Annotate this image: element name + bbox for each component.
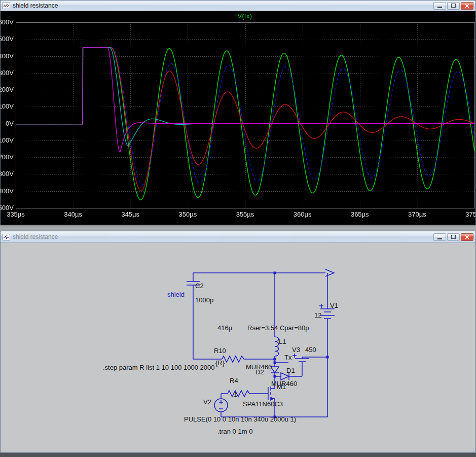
close-button[interactable] [461,233,473,241]
schematic-directive-step[interactable]: .step param R list 1 10 100 1000 2000 [103,364,214,371]
schematic-directive-tran[interactable]: .tran 0 1m 0 [217,428,252,435]
waveform-titlebar[interactable]: shield resistance [1,1,475,11]
schematic-ref-V2[interactable]: V2 [203,398,211,406]
trace-label-vtx[interactable]: V(tx) [238,12,252,20]
waveform-window-title: shield resistance [13,2,433,9]
waveform-window-icon [3,2,11,9]
maximize-icon [451,235,456,239]
schematic-ref-V3[interactable]: V3 [292,346,300,354]
minimize-icon [437,7,442,8]
minimize-icon [437,238,442,239]
schematic-net-label-tx[interactable]: Tx [284,354,292,361]
mosfet-M1[interactable] [268,385,275,401]
schematic-val-R4[interactable]: 1 [234,391,237,398]
close-button[interactable] [461,2,473,10]
schematic-ref-L1[interactable]: L1 [279,338,286,345]
minimize-button[interactable] [433,233,446,241]
schematic-ref-M1[interactable]: M1 [277,383,286,391]
inductor-L1[interactable] [275,337,279,356]
ltspice-desktop: { "plot_window": { "title": "shield resi… [0,0,476,457]
waveform-window-controls [433,2,473,10]
maximize-button[interactable] [447,233,460,241]
wires[interactable] [193,273,327,417]
schematic-canvas[interactable]: shieldC21000pV112416µRser=3.54 Cpar=80pL… [1,243,475,453]
vsource-V3[interactable] [292,354,309,362]
schematic-val-V3[interactable]: 450 [305,346,316,354]
schematic-net-label-shield[interactable]: shield [167,291,185,298]
output-arrow-icon [325,269,334,276]
maximize-icon [451,4,456,8]
schematic-ref-D2[interactable]: D2 [255,368,264,376]
schematic-attr-L1[interactable]: Rser=3.54 Cpar=80p [247,324,309,332]
waveform-window: shield resistance V(tx) [0,0,476,225]
close-icon [465,4,469,8]
schematic-ref-R4[interactable]: R4 [230,377,238,384]
minimize-button[interactable] [433,2,446,10]
schematic-window-title: shield resistance [13,233,433,240]
schematic-window: shield resistance [0,231,476,453]
schematic-ref-V1[interactable]: V1 [330,302,338,309]
resistor-R10[interactable] [222,356,245,362]
vsource-V2[interactable] [214,399,228,412]
maximize-button[interactable] [447,2,460,10]
schematic-ref-D1[interactable]: D1 [286,367,295,374]
schematic-val-M1[interactable]: SPA11N60C3 [243,400,283,408]
schematic-val-V1[interactable]: 12 [314,311,321,319]
schematic-val-L1[interactable]: 416µ [217,324,233,332]
schematic-val-C2[interactable]: 1000p [195,296,213,304]
waveform-plot[interactable] [1,11,475,225]
resistor-R4[interactable] [228,391,250,397]
schematic-window-controls [433,233,473,241]
desktop-bottom-strip [0,453,476,457]
schematic-ref-C2[interactable]: C2 [195,282,204,290]
schematic-titlebar[interactable]: shield resistance [1,231,475,243]
schematic-window-icon [3,233,11,240]
schematic-ref-R10[interactable]: R10 [214,347,226,355]
schematic-val-V2[interactable]: PULSE(0 10 0 10n 10n 340u 2000u 1) [184,415,296,423]
diode-D2[interactable] [271,367,279,373]
close-icon [465,235,469,239]
schematic-val-R10[interactable]: {R} [215,359,225,367]
